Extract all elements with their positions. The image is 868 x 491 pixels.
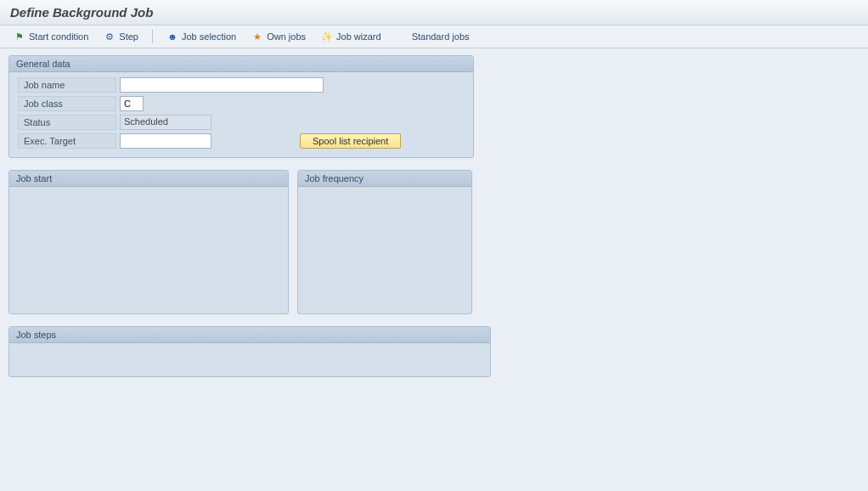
exec-target-input[interactable] xyxy=(120,133,211,149)
general-data-title: General data xyxy=(9,56,473,72)
job-steps-title: Job steps xyxy=(9,327,490,343)
job-steps-group: Job steps xyxy=(8,326,491,377)
standard-jobs-icon xyxy=(397,31,409,42)
person-icon: ☻ xyxy=(166,31,178,42)
titlebar: Define Background Job xyxy=(0,0,868,25)
job-name-label: Job name xyxy=(18,77,116,93)
job-wizard-button[interactable]: ✨ Job wizard xyxy=(316,29,386,44)
job-name-input[interactable] xyxy=(120,77,324,93)
page-title: Define Background Job xyxy=(10,5,858,20)
start-condition-label: Start condition xyxy=(29,31,88,42)
job-steps-body xyxy=(9,343,490,375)
step-icon: ⚙ xyxy=(104,31,116,42)
job-frequency-title: Job frequency xyxy=(298,171,471,187)
job-name-row: Job name xyxy=(18,77,465,93)
job-start-body xyxy=(9,187,288,313)
toolbar: ⚑ Start condition ⚙ Step ☻ Job selection… xyxy=(0,25,868,48)
standard-jobs-label: Standard jobs xyxy=(412,31,470,42)
job-start-title: Job start xyxy=(9,171,288,187)
start-condition-button[interactable]: ⚑ Start condition xyxy=(8,29,93,44)
job-class-row: Job class xyxy=(18,96,465,111)
standard-jobs-button[interactable]: Standard jobs xyxy=(392,29,475,44)
status-label: Status xyxy=(18,115,116,130)
own-jobs-label: Own jobs xyxy=(267,31,306,42)
exec-target-row: Exec. Target Spool list recipient xyxy=(18,133,465,149)
job-class-label: Job class xyxy=(18,96,116,111)
job-frequency-body xyxy=(298,187,471,313)
own-jobs-icon: ★ xyxy=(251,31,263,42)
flag-icon: ⚑ xyxy=(14,31,25,42)
job-wizard-label: Job wizard xyxy=(336,31,381,42)
separator-1 xyxy=(152,30,153,43)
exec-target-label: Exec. Target xyxy=(18,133,116,149)
job-selection-button[interactable]: ☻ Job selection xyxy=(161,29,241,44)
spool-list-recipient-button[interactable]: Spool list recipient xyxy=(300,133,401,149)
job-start-group: Job start xyxy=(8,170,289,314)
general-data-group: General data Job name Job class Status S… xyxy=(8,55,474,158)
job-selection-label: Job selection xyxy=(182,31,236,42)
job-class-input[interactable] xyxy=(120,96,144,111)
step-label: Step xyxy=(119,31,138,42)
step-button[interactable]: ⚙ Step xyxy=(99,29,144,44)
status-row: Status Scheduled xyxy=(18,115,465,130)
content-area: General data Job name Job class Status S… xyxy=(0,48,868,396)
status-value: Scheduled xyxy=(120,115,211,130)
own-jobs-button[interactable]: ★ Own jobs xyxy=(246,29,311,44)
job-frequency-group: Job frequency xyxy=(297,170,472,314)
wizard-icon: ✨ xyxy=(321,31,333,42)
